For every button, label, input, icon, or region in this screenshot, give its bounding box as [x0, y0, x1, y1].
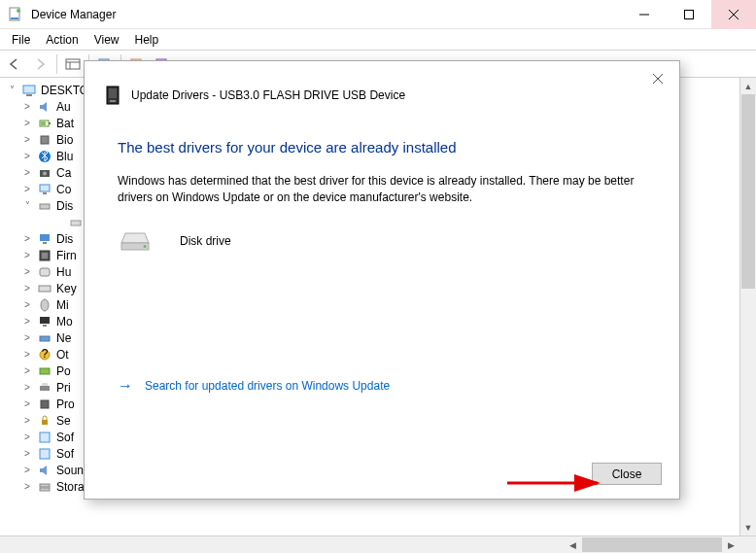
menu-action[interactable]: Action [38, 30, 86, 50]
dialog-header-text: Update Drivers - USB3.0 FLASH DRIVE USB … [131, 88, 405, 102]
link-text: Search for updated drivers on Windows Up… [145, 379, 390, 393]
expand-icon[interactable]: > [21, 316, 33, 327]
scroll-right-icon[interactable]: ▶ [723, 536, 739, 553]
expand-icon[interactable]: > [21, 134, 33, 145]
expand-icon[interactable]: > [21, 448, 33, 459]
minimize-button[interactable] [622, 0, 667, 29]
expand-icon[interactable]: > [21, 167, 33, 178]
expand-icon[interactable]: > [21, 398, 33, 409]
windows-update-link[interactable]: → Search for updated drivers on Windows … [85, 377, 679, 395]
tree-label: Bio [56, 133, 73, 147]
back-button[interactable] [4, 52, 27, 76]
scroll-thumb[interactable] [741, 94, 755, 289]
maximize-button[interactable] [667, 0, 711, 29]
scroll-left-icon[interactable]: ◀ [565, 536, 581, 553]
expand-icon[interactable]: > [21, 465, 33, 475]
computer-icon [21, 83, 37, 98]
tree-label: Ca [56, 166, 71, 180]
menu-help[interactable]: Help [127, 30, 167, 50]
forward-button[interactable] [29, 52, 52, 76]
expand-icon[interactable]: > [21, 101, 33, 112]
collapse-icon[interactable]: ˅ [6, 85, 17, 95]
hid-icon [37, 264, 52, 280]
expand-icon[interactable]: > [21, 481, 33, 492]
svg-rect-22 [40, 185, 50, 191]
tree-label: Po [56, 364, 71, 378]
expand-icon[interactable]: > [21, 432, 33, 442]
tree-label: Ot [56, 348, 69, 362]
expand-icon[interactable]: > [21, 299, 33, 310]
tree-label: Mi [56, 298, 69, 312]
svg-rect-35 [40, 336, 50, 341]
dialog-footer: Close [592, 463, 662, 485]
scroll-thumb[interactable] [582, 537, 722, 552]
svg-rect-44 [40, 449, 50, 459]
svg-rect-29 [42, 253, 48, 259]
svg-point-2 [17, 9, 20, 13]
svg-rect-24 [40, 204, 50, 209]
vertical-scrollbar[interactable]: ▲ ▼ [739, 78, 756, 536]
tree-label: Sof [56, 447, 74, 461]
scroll-up-icon[interactable]: ▲ [740, 78, 756, 94]
tree-label: Dis [56, 199, 73, 213]
menu-file[interactable]: File [4, 30, 38, 50]
expand-icon[interactable]: > [21, 382, 33, 393]
network-icon [37, 330, 52, 346]
tree-label: Firn [56, 249, 77, 262]
dialog-body: Windows has determined that the best dri… [85, 167, 679, 212]
svg-rect-34 [43, 325, 47, 327]
display-icon [37, 231, 52, 247]
svg-rect-33 [40, 317, 50, 324]
expand-icon[interactable]: > [21, 118, 33, 128]
expand-icon[interactable]: > [21, 184, 33, 194]
svg-rect-17 [41, 121, 46, 125]
battery-icon [37, 116, 52, 131]
firmware-icon [37, 248, 52, 263]
update-drivers-dialog: Update Drivers - USB3.0 FLASH DRIVE USB … [84, 60, 680, 500]
dialog-device-row: Disk drive [85, 212, 679, 270]
expand-icon[interactable]: > [21, 283, 33, 294]
security-icon [37, 413, 52, 429]
horizontal-scrollbar[interactable]: ◀ ▶ [565, 536, 739, 553]
keyboard-icon [37, 281, 52, 296]
menu-view[interactable]: View [86, 30, 127, 50]
drive-icon [68, 215, 84, 230]
svg-rect-30 [40, 268, 50, 276]
tree-label: Pri [56, 381, 71, 395]
other-icon: ? [37, 347, 52, 363]
show-hidden-button[interactable] [61, 52, 85, 76]
expand-icon[interactable]: > [21, 349, 33, 360]
tree-label: Blu [56, 150, 73, 163]
tree-label: Ne [56, 331, 71, 345]
menubar: File Action View Help [0, 29, 756, 51]
camera-icon [37, 165, 52, 181]
svg-rect-51 [110, 100, 116, 102]
expand-icon[interactable]: > [21, 233, 33, 244]
tree-label: Mo [56, 315, 73, 328]
close-button[interactable]: Close [592, 463, 662, 485]
resize-grip[interactable] [739, 536, 756, 553]
disk-drive-icon [118, 229, 153, 253]
expand-icon[interactable]: ˅ [21, 200, 33, 211]
storage-icon [37, 479, 52, 495]
expand-icon[interactable]: > [21, 365, 33, 376]
svg-rect-16 [49, 122, 51, 124]
svg-rect-27 [43, 242, 47, 244]
dialog-title: The best drivers for your device are alr… [85, 114, 679, 167]
svg-marker-52 [121, 233, 149, 243]
svg-rect-46 [40, 488, 50, 491]
expand-icon[interactable]: > [21, 266, 33, 277]
svg-rect-7 [66, 59, 80, 69]
expand-icon[interactable]: > [21, 332, 33, 343]
scroll-down-icon[interactable]: ▼ [740, 519, 756, 536]
close-button[interactable] [711, 0, 756, 29]
svg-rect-40 [42, 383, 48, 386]
dialog-close-button[interactable] [646, 67, 670, 90]
expand-icon[interactable]: > [21, 250, 33, 260]
dialog-header: Update Drivers - USB3.0 FLASH DRIVE USB … [85, 61, 679, 114]
mouse-icon [37, 297, 52, 313]
processor-icon [37, 397, 52, 412]
expand-icon[interactable]: > [21, 415, 33, 426]
svg-point-32 [41, 299, 49, 311]
expand-icon[interactable]: > [21, 151, 33, 161]
